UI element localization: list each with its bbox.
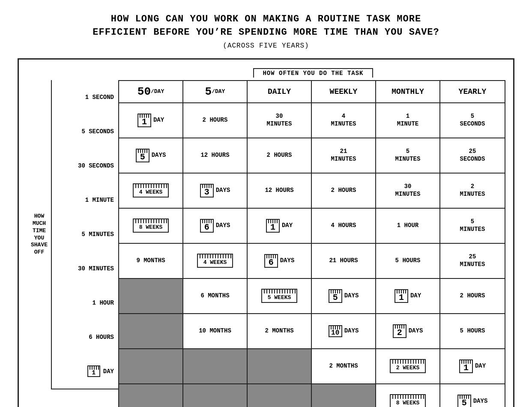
col-header-cell: MONTHLY	[376, 81, 440, 102]
grid-cell	[248, 349, 312, 383]
grid-cell: 5 HOURS	[376, 244, 440, 278]
grid-cell: 10 DAYS	[312, 314, 376, 348]
grid-cell: 6 MONTHS	[183, 279, 248, 313]
row-label: 5 SECONDS	[52, 114, 118, 149]
grid-container: HOW MUCH TIME YOU SHAVE OFF 1 SECOND5 SE…	[27, 80, 505, 407]
grid-cell	[183, 384, 248, 407]
grid-cell: 5 DAYS	[119, 138, 183, 173]
row-label: 30 MINUTES	[52, 251, 118, 286]
grid-cell: 30MINUTES	[376, 174, 440, 208]
grid-cell: 1 DAY	[119, 103, 183, 138]
col-header-cell: 5/DAY	[183, 81, 248, 102]
grid-cell: 4 WEEKS	[119, 174, 183, 208]
left-label-area: HOW MUCH TIME YOU SHAVE OFF 1 SECOND5 SE…	[27, 80, 118, 389]
outer-box: HOW OFTEN YOU DO THE TASK HOW MUCH TIME …	[18, 58, 514, 407]
col-header-cell: YEARLY	[440, 81, 505, 102]
grid-cell: 2 DAYS	[376, 314, 440, 348]
grid-cell: 8 WEEKS	[376, 384, 440, 407]
grid-cell	[119, 349, 183, 383]
grid-cell: 1 DAY	[440, 349, 505, 383]
grid-cell: 1MINUTE	[376, 103, 440, 138]
table-row: 10 MONTHS2 MONTHS 10 DAYS 2 DAYS 5 HOURS	[119, 314, 505, 349]
row-label: 6 HOURS	[52, 320, 118, 354]
grid-cell: 5MINUTES	[440, 209, 505, 243]
grid-cell: 5MINUTES	[376, 138, 440, 173]
grid-cell: 2 HOURS	[312, 174, 376, 208]
grid-cell: 2 HOURS	[248, 138, 312, 173]
grid-cell: 21MINUTES	[312, 138, 376, 173]
col-headers-row: 50/DAY5/DAYDAILYWEEKLYMONTHLYYEARLY	[119, 81, 505, 103]
row-label: 30 SECONDS	[52, 149, 118, 183]
grid-cell: 8 WEEKS	[119, 209, 183, 243]
row-label: 5 MINUTES	[52, 217, 118, 251]
grid-cell: 5 DAYS	[440, 384, 505, 407]
col-header-section: HOW OFTEN YOU DO THE TASK	[122, 68, 505, 78]
data-rows: 1 DAY 2 HOURS30MINUTES4MINUTES1MINUTE5SE…	[119, 103, 505, 407]
col-header-cell: 50/DAY	[119, 81, 183, 102]
grid-cell	[119, 384, 183, 407]
grid-cell: 4 WEEKS	[183, 244, 248, 278]
grid-cell: 1 HOUR	[376, 209, 440, 243]
table-row: 8 WEEKS 6 DAYS 1 DAY 4 HOURS1 HOUR5MINUT…	[119, 209, 505, 244]
grid-cell: 6 DAYS	[248, 244, 312, 278]
grid-cell: 1 DAY	[248, 209, 312, 243]
grid-cell	[183, 349, 248, 383]
grid-cell: 21 HOURS	[312, 244, 376, 278]
grid-cell: 5 HOURS	[440, 314, 505, 348]
main-title: HOW LONG CAN YOU WORK ON MAKING A ROUTIN…	[93, 13, 439, 39]
subtitle: (ACROSS FIVE YEARS)	[223, 42, 309, 50]
grid-cell: 2 MONTHS	[248, 314, 312, 348]
table-row: 8 WEEKS 5 DAYS	[119, 384, 505, 407]
grid-cell: 25MINUTES	[440, 244, 505, 278]
grid-cell: 5SECONDS	[440, 103, 505, 138]
grid-cell: 5 DAYS	[312, 279, 376, 313]
data-grid: 50/DAY5/DAYDAILYWEEKLYMONTHLYYEARLY 1 DA…	[118, 80, 505, 407]
grid-cell: 25SECONDS	[440, 138, 505, 173]
grid-cell: 4MINUTES	[312, 103, 376, 138]
grid-cell: 2 MONTHS	[312, 349, 376, 383]
grid-cell: 12 HOURS	[248, 174, 312, 208]
row-label: 1 SECOND	[52, 80, 118, 114]
row-label: 1 MINUTE	[52, 183, 118, 217]
table-row: 5 DAYS 12 HOURS2 HOURS21MINUTES5MINUTES2…	[119, 138, 505, 174]
table-row: 6 MONTHS 5 WEEKS 5 DAYS 1	[119, 279, 505, 314]
grid-cell: 2MINUTES	[440, 174, 505, 208]
grid-cell	[312, 384, 376, 407]
how-much-label: HOW MUCH TIME YOU SHAVE OFF	[27, 80, 51, 389]
grid-cell: 12 HOURS	[183, 138, 248, 173]
grid-cell: 4 HOURS	[312, 209, 376, 243]
table-row: 4 WEEKS 3 DAYS 12 HOURS2 HOURS30MINUTES2…	[119, 174, 505, 209]
col-header-cell: WEEKLY	[312, 81, 376, 102]
grid-cell: 10 MONTHS	[183, 314, 248, 348]
row-label: 1 DAY	[52, 354, 118, 389]
grid-cell: 1 DAY	[376, 279, 440, 313]
grid-cell: 6 DAYS	[183, 209, 248, 243]
col-header-cell: DAILY	[248, 81, 312, 102]
grid-cell	[119, 314, 183, 348]
grid-cell	[248, 384, 312, 407]
grid-cell: 3 DAYS	[183, 174, 248, 208]
grid-cell	[119, 279, 183, 313]
col-header-title: HOW OFTEN YOU DO THE TASK	[253, 68, 373, 78]
grid-cell: 2 WEEKS	[376, 349, 440, 383]
row-label: 1 HOUR	[52, 286, 118, 320]
row-labels: 1 SECOND5 SECONDS30 SECONDS1 MINUTE5 MIN…	[51, 80, 118, 389]
grid-cell: 30MINUTES	[248, 103, 312, 138]
grid-cell: 2 HOURS	[183, 103, 248, 138]
table-row: 1 DAY 2 HOURS30MINUTES4MINUTES1MINUTE5SE…	[119, 103, 505, 138]
grid-cell: 5 WEEKS	[248, 279, 312, 313]
table-row: 2 MONTHS 2 WEEKS 1 DAY	[119, 349, 505, 384]
grid-cell: 9 MONTHS	[119, 244, 183, 278]
table-row: 9 MONTHS 4 WEEKS 6 DAYS 21 HOURS5 HOURS2…	[119, 244, 505, 279]
grid-cell: 2 HOURS	[440, 279, 505, 313]
